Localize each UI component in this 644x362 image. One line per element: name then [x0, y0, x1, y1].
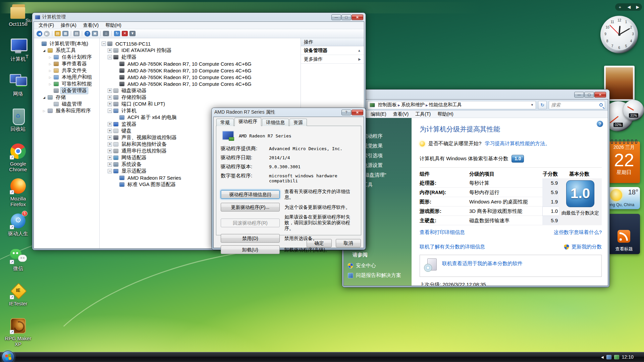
- tree-expander-icon[interactable]: ▷: [48, 75, 52, 79]
- tree-expander-icon[interactable]: +: [108, 102, 112, 106]
- tree-expander-icon[interactable]: ▷: [48, 68, 52, 73]
- tree-expander-icon[interactable]: +: [108, 129, 112, 133]
- device-tree-item[interactable]: +IDE ATA/ATAPI 控制器: [100, 47, 301, 54]
- minimize-button[interactable]: —: [574, 92, 584, 98]
- tree-expander-icon[interactable]: ◢: [42, 48, 46, 53]
- disable-device-button[interactable]: ▼: [129, 31, 136, 36]
- 驱动程序详细信息(I)-button[interactable]: 驱动程序详细信息(I): [221, 190, 280, 199]
- collapse-icon[interactable]: ▲: [358, 49, 361, 52]
- console-tree-item[interactable]: ▷本地用户和组: [34, 74, 99, 80]
- breadcrumb-系统和维护[interactable]: 系统和维护: [400, 102, 426, 108]
- tree-expander-icon[interactable]: −: [108, 55, 112, 59]
- properties-button[interactable]: ▤: [73, 31, 79, 36]
- close-button[interactable]: ✕: [594, 92, 606, 98]
- device-tree-item[interactable]: AMD A8-7650K Radeon R7, 10 Compute Cores…: [100, 74, 301, 80]
- menu-工具(T)[interactable]: 工具(T): [412, 111, 434, 118]
- maximize-button[interactable]: ▢: [341, 14, 351, 20]
- breadcrumb-性能信息和工具[interactable]: 性能信息和工具: [428, 102, 463, 108]
- console-tree-item[interactable]: ▷服务和应用程序: [34, 107, 99, 114]
- desktop-icon-network[interactable]: 网络: [4, 72, 32, 97]
- tab-常规[interactable]: 常规: [216, 119, 234, 126]
- calendar-gadget[interactable]: 2026 三月 22 星期日: [608, 139, 640, 183]
- tree-expander-icon[interactable]: +: [108, 142, 112, 146]
- learn-more-link[interactable]: 学习提高计算机性能的方法。: [485, 140, 550, 147]
- device-tree-item[interactable]: +存储控制器: [100, 94, 301, 101]
- back-button[interactable]: ◀: [37, 31, 42, 37]
- view-print-details-link[interactable]: 查看和打印详细信息: [420, 229, 465, 236]
- desktop-icon-oct1158[interactable]: Oct1158: [4, 3, 32, 27]
- menu-操作(A)[interactable]: 操作(A): [57, 22, 80, 29]
- minimize-button[interactable]: —: [331, 14, 341, 20]
- tree-expander-icon[interactable]: +: [108, 122, 112, 126]
- tab-详细信息[interactable]: 详细信息: [262, 119, 289, 126]
- tab-资源[interactable]: 资源: [289, 119, 307, 126]
- tree-expander-icon[interactable]: −: [102, 42, 106, 46]
- add-gadget-button[interactable]: ＋: [618, 4, 622, 10]
- search-input[interactable]: [551, 102, 599, 108]
- more-actions-item[interactable]: 更多操作 ▶: [301, 55, 364, 64]
- tree-expander-icon[interactable]: +: [108, 88, 112, 93]
- help-button[interactable]: ?: [85, 31, 90, 37]
- actions-section-device-manager[interactable]: 设备管理器 ▲: [301, 46, 364, 55]
- menu-文件(F)[interactable]: 文件(F): [35, 22, 57, 29]
- cm-title-bar[interactable]: 计算机管理 — ▢ ✕: [32, 13, 366, 21]
- learn-online-link[interactable]: 联机了解有关分数的详细信息: [420, 244, 485, 250]
- export-list-button[interactable]: ▤: [55, 31, 61, 36]
- tree-expander-icon[interactable]: ▷: [42, 109, 46, 113]
- breadcrumb-控制面板[interactable]: 控制面板: [377, 102, 398, 108]
- refresh-score-link[interactable]: 更新我的分数: [572, 244, 602, 250]
- device-tree-item[interactable]: +端口 (COM 和 LPT): [100, 101, 301, 107]
- menu-帮助(H)[interactable]: 帮助(H): [102, 22, 124, 29]
- tree-expander-icon[interactable]: ◢: [42, 95, 46, 100]
- tree-expander-icon[interactable]: +: [108, 156, 112, 160]
- weather-gadget[interactable]: 18° heng Qu, China: [608, 187, 640, 209]
- menu-编辑(E)[interactable]: 编辑(E): [367, 111, 390, 118]
- device-tree-item[interactable]: AMD A8-7650K Radeon R7, 10 Compute Cores…: [100, 67, 301, 74]
- desktop-icon-ietester[interactable]: ↗IETester: [4, 282, 32, 306]
- maximize-button[interactable]: ▢: [584, 92, 594, 98]
- console-tree-item[interactable]: ▷事件查看器: [34, 60, 99, 67]
- gadget-next-button[interactable]: ▶: [636, 5, 639, 9]
- gadget-prev-button[interactable]: ◀: [628, 5, 631, 9]
- breadcrumb[interactable]: 控制面板▶系统和维护▶性能信息和工具 ▼: [367, 101, 536, 109]
- device-tree-item[interactable]: −处理器: [100, 54, 301, 60]
- console-button[interactable]: ▣: [92, 31, 98, 36]
- console-tree-item[interactable]: 计算机管理(本地): [34, 40, 99, 47]
- console-tree-item[interactable]: ◢存储: [34, 94, 99, 101]
- tree-expander-icon[interactable]: ▷: [48, 55, 52, 59]
- network-icon[interactable]: [606, 355, 611, 359]
- update-driver-button[interactable]: ↻: [114, 31, 120, 36]
- tree-expander-icon[interactable]: −: [108, 109, 112, 113]
- close-button[interactable]: ✕: [352, 110, 363, 115]
- tab-驱动程序[interactable]: 驱动程序: [234, 118, 261, 126]
- tree-expander-icon[interactable]: ▷: [48, 82, 52, 86]
- console-tree-button[interactable]: ▦: [62, 31, 68, 36]
- close-button[interactable]: ✕: [352, 14, 363, 20]
- device-tree-item[interactable]: AMD A8-7650K Radeon R7, 10 Compute Cores…: [100, 60, 301, 67]
- tray-expand-icon[interactable]: ◀: [601, 355, 604, 359]
- desktop-icon-mozilla-firefox[interactable]: ↗Mozilla Firefox: [4, 177, 32, 207]
- console-tree-item[interactable]: 设备管理器: [34, 87, 99, 94]
- menu-查看(V)[interactable]: 查看(V): [390, 111, 412, 118]
- console-tree-item[interactable]: ▷共享文件夹: [34, 67, 99, 74]
- help-icon[interactable]: ?: [597, 121, 603, 127]
- device-tree-item[interactable]: −OCT1158-PC11: [100, 40, 301, 47]
- desktop-icon-google-chrome[interactable]: ↗Google Chrome: [4, 142, 32, 172]
- rss-feed-gadget[interactable]: 查看标题: [608, 214, 640, 254]
- start-button[interactable]: [2, 351, 14, 362]
- what-numbers-mean-link[interactable]: 这些数字意味着什么?: [554, 229, 602, 236]
- tree-expander-icon[interactable]: −: [108, 169, 112, 173]
- console-tree-item[interactable]: 磁盘管理: [34, 101, 99, 107]
- device-tree-item[interactable]: AMD A8-7650K Radeon R7, 10 Compute Cores…: [100, 80, 301, 87]
- chevron-down-icon[interactable]: ▼: [531, 103, 534, 107]
- menu-查看(V)[interactable]: 查看(V): [80, 22, 102, 29]
- tree-expander-icon[interactable]: ▷: [48, 62, 52, 66]
- help-button[interactable]: ?: [341, 110, 351, 115]
- search-box[interactable]: [549, 101, 605, 109]
- clock-gadget[interactable]: 123456789101112: [600, 16, 638, 53]
- dialog-title-bar[interactable]: AMD Radeon R7 Series 属性 ? ✕: [212, 108, 366, 117]
- console-tree-item[interactable]: ▷可靠性和性能: [34, 80, 99, 87]
- view-software-link[interactable]: 联机查看适用于我的基本分数的软件: [442, 260, 523, 267]
- desktop-icon-wechat[interactable]: ↗微信: [4, 247, 32, 271]
- tray-clock[interactable]: 12:10: [622, 354, 634, 360]
